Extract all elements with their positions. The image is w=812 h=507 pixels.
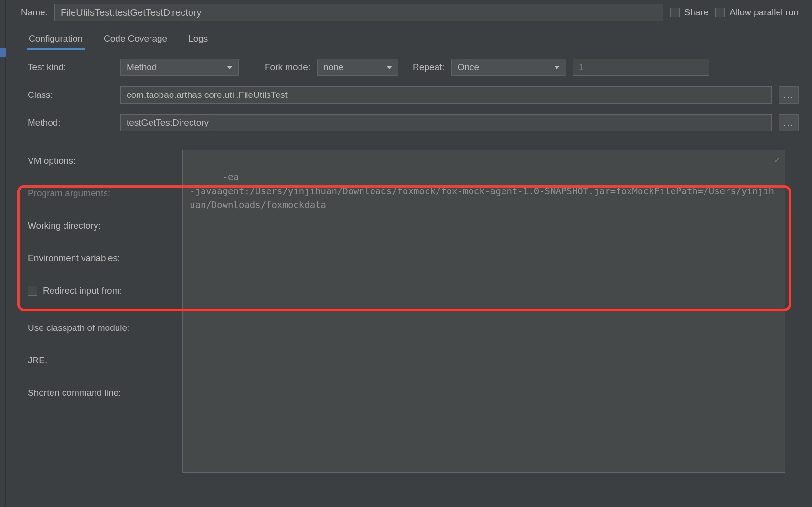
repeat-select[interactable]: Once: [451, 59, 566, 76]
redirect-row[interactable]: Redirect input from:: [28, 285, 129, 296]
vm-options-text: -ea -javaagent:/Users/yinjihuan/Download…: [190, 171, 774, 210]
redirect-label: Redirect input from:: [43, 285, 122, 296]
method-label: Method:: [28, 117, 114, 128]
left-gutter-active: [0, 48, 6, 57]
method-row: Method: testGetTestDirectory ...: [28, 114, 799, 131]
vm-options-label: VM options:: [28, 156, 129, 166]
share-checkbox[interactable]: [670, 8, 680, 17]
env-vars-label: Environment variables:: [28, 253, 129, 264]
allow-parallel-row[interactable]: Allow parallel run: [715, 7, 799, 18]
name-input[interactable]: [54, 4, 663, 21]
lower-labels: VM options: Program arguments: Working d…: [28, 156, 129, 398]
class-input[interactable]: com.taobao.arthas.core.util.FileUtilsTes…: [120, 86, 772, 104]
chevron-down-icon: [227, 66, 233, 69]
program-arguments-label: Program arguments:: [28, 188, 129, 199]
redirect-checkbox[interactable]: [28, 286, 37, 296]
form-area: Test kind: Method Fork mode: none Repeat…: [6, 50, 812, 142]
class-browse-button[interactable]: ...: [779, 86, 799, 104]
share-label: Share: [684, 7, 709, 18]
tab-configuration[interactable]: Configuration: [28, 30, 84, 50]
jre-label: JRE:: [28, 355, 129, 366]
method-input[interactable]: testGetTestDirectory: [120, 114, 772, 131]
tab-logs[interactable]: Logs: [187, 30, 209, 50]
allow-parallel-checkbox[interactable]: [715, 8, 725, 17]
left-gutter: [0, 0, 6, 507]
tabs: Configuration Code Coverage Logs: [6, 28, 812, 50]
fork-mode-label: Fork mode:: [265, 62, 310, 73]
repeat-count-input[interactable]: 1: [573, 59, 709, 76]
name-label: Name:: [21, 7, 48, 18]
divider: [28, 142, 799, 142]
expand-icon[interactable]: ⤢: [774, 155, 780, 166]
test-kind-select[interactable]: Method: [120, 59, 239, 76]
allow-parallel-label: Allow parallel run: [729, 7, 799, 18]
config-panel: Name: Share Allow parallel run Configura…: [6, 0, 812, 507]
fork-mode-select[interactable]: none: [317, 59, 398, 76]
classpath-label: Use classpath of module:: [28, 323, 129, 333]
text-cursor: [327, 201, 327, 211]
class-label: Class:: [28, 90, 114, 100]
shorten-label: Shorten command line:: [28, 388, 129, 398]
test-kind-row: Test kind: Method Fork mode: none Repeat…: [28, 59, 799, 76]
chevron-down-icon: [386, 66, 392, 69]
lower-form: VM options: Program arguments: Working d…: [6, 147, 812, 156]
test-kind-label: Test kind:: [28, 62, 114, 73]
working-directory-label: Working directory:: [28, 221, 129, 231]
class-row: Class: com.taobao.arthas.core.util.FileU…: [28, 86, 799, 104]
chevron-down-icon: [554, 66, 560, 69]
repeat-label: Repeat:: [413, 62, 445, 73]
method-browse-button[interactable]: ...: [779, 114, 799, 131]
name-row: Name: Share Allow parallel run: [6, 0, 812, 28]
tab-code-coverage[interactable]: Code Coverage: [103, 30, 168, 50]
vm-options-textarea[interactable]: ⤢-ea -javaagent:/Users/yinjihuan/Downloa…: [182, 150, 785, 473]
share-checkbox-row[interactable]: Share: [670, 7, 709, 18]
